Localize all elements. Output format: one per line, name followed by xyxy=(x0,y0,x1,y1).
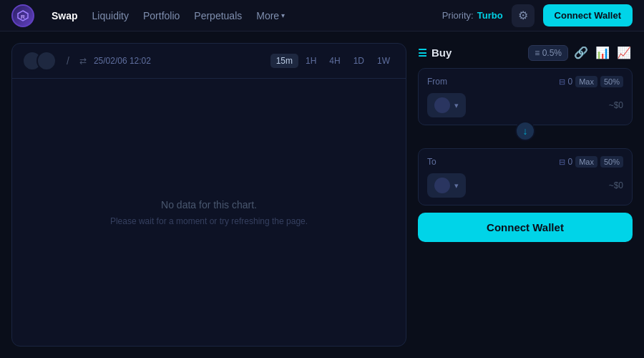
priority-value: Turbo xyxy=(477,10,503,21)
bar-chart-icon: 📊 xyxy=(595,47,610,59)
connect-wallet-main-button[interactable]: Connect Wallet xyxy=(418,213,633,242)
buy-label: ☰ Buy xyxy=(418,47,452,59)
chart-header: / ⇄ 25/02/06 12:02 15m 1H 4H 1D 1W xyxy=(12,44,406,79)
swap-panel-header: ☰ Buy ≡ 0.5% 🔗 📊 📈 xyxy=(418,43,633,62)
logo: R xyxy=(11,4,34,27)
down-arrow-icon: ↓ xyxy=(523,125,528,137)
to-pct-button[interactable]: 50% xyxy=(600,156,623,168)
buy-text: Buy xyxy=(431,47,452,59)
swap-arrow-wrapper: ↓ xyxy=(418,131,633,142)
link-icon: 🔗 xyxy=(574,47,588,59)
nav-links: Swap Liquidity Portfolio Perpetuals More… xyxy=(52,7,425,24)
chart-body: No data for this chart. Please wait for … xyxy=(12,79,406,346)
token-b-icon xyxy=(36,51,57,71)
chart-button[interactable]: 📊 xyxy=(594,44,611,61)
to-label-row: To ⊟ 0 Max 50% xyxy=(427,156,623,168)
to-input-row: ▾ ~$0 xyxy=(427,173,623,198)
line-chart-icon: 📈 xyxy=(617,47,631,59)
from-usd-value: ~$0 xyxy=(609,100,623,110)
tf-4h[interactable]: 4H xyxy=(323,54,346,68)
to-token-chevron-icon: ▾ xyxy=(454,181,459,190)
to-usd-value: ~$0 xyxy=(609,180,623,190)
nav-liquidity[interactable]: Liquidity xyxy=(92,7,129,24)
nav-portfolio[interactable]: Portfolio xyxy=(143,7,180,24)
connect-wallet-nav-button[interactable]: Connect Wallet xyxy=(543,4,633,26)
swap-direction-button[interactable]: ↓ xyxy=(515,121,535,141)
navbar: R Swap Liquidity Portfolio Perpetuals Mo… xyxy=(0,0,644,32)
priority-badge: Priority: Turbo xyxy=(442,10,503,21)
priority-label: Priority: xyxy=(442,10,474,21)
nav-perpetuals[interactable]: Perpetuals xyxy=(194,7,242,24)
tf-15m[interactable]: 15m xyxy=(270,54,298,68)
tf-1w[interactable]: 1W xyxy=(371,54,396,68)
slippage-value: 0.5% xyxy=(542,48,562,58)
gear-icon: ⚙ xyxy=(518,9,528,22)
no-data-text: No data for this chart. xyxy=(161,199,257,211)
swap-actions: ≡ 0.5% 🔗 📊 📈 xyxy=(528,44,633,61)
nav-swap[interactable]: Swap xyxy=(52,7,78,24)
from-token-chevron-icon: ▾ xyxy=(454,101,459,110)
to-balance-row: ⊟ 0 Max 50% xyxy=(559,156,624,168)
to-token-selector[interactable]: ▾ xyxy=(427,173,466,198)
to-token-icon xyxy=(434,178,450,193)
chart-timeframes: 15m 1H 4H 1D 1W xyxy=(270,54,396,68)
to-balance: 0 xyxy=(568,157,573,167)
to-max-button[interactable]: Max xyxy=(575,156,597,168)
to-label: To xyxy=(427,157,436,167)
from-input-row: ▾ ~$0 xyxy=(427,93,623,117)
buy-icon: ☰ xyxy=(418,47,427,59)
nav-more[interactable]: More ▾ xyxy=(256,7,285,24)
from-max-button[interactable]: Max xyxy=(575,76,597,87)
wallet-icon-2: ⊟ xyxy=(559,158,565,167)
svg-text:R: R xyxy=(21,14,25,20)
chart-panel: / ⇄ 25/02/06 12:02 15m 1H 4H 1D 1W No da… xyxy=(11,43,406,347)
from-label: From xyxy=(427,77,447,87)
token-pair-icons xyxy=(22,51,57,71)
from-section: From ⊟ 0 Max 50% ▾ ~$0 xyxy=(418,68,633,125)
nav-right: Priority: Turbo ⚙ Connect Wallet xyxy=(442,4,633,27)
pair-separator: / xyxy=(67,55,69,67)
from-balance: 0 xyxy=(568,77,573,87)
tf-1h[interactable]: 1H xyxy=(300,54,322,68)
from-pct-button[interactable]: 50% xyxy=(600,76,623,87)
to-section: To ⊟ 0 Max 50% ▾ ~$0 xyxy=(418,148,633,205)
slippage-button[interactable]: ≡ 0.5% xyxy=(528,45,568,61)
wallet-icon: ⊟ xyxy=(559,77,565,87)
from-token-icon xyxy=(434,97,450,113)
more-chevron-icon: ▾ xyxy=(281,11,285,19)
from-label-row: From ⊟ 0 Max 50% xyxy=(427,76,623,87)
main-content: / ⇄ 25/02/06 12:02 15m 1H 4H 1D 1W No da… xyxy=(0,32,644,358)
from-balance-row: ⊟ 0 Max 50% xyxy=(559,76,624,87)
slippage-equals-icon: ≡ xyxy=(535,48,542,58)
stats-button[interactable]: 📈 xyxy=(615,44,633,61)
settings-button[interactable]: ⚙ xyxy=(512,4,535,27)
swap-arrows-icon: ⇄ xyxy=(79,56,87,66)
link-button[interactable]: 🔗 xyxy=(572,44,590,61)
from-token-selector[interactable]: ▾ xyxy=(427,93,466,117)
tf-1d[interactable]: 1D xyxy=(348,54,370,68)
no-data-subtext: Please wait for a moment or try refreshi… xyxy=(110,216,308,226)
swap-panel: ☰ Buy ≡ 0.5% 🔗 📊 📈 xyxy=(418,43,633,347)
chart-date: 25/02/06 12:02 xyxy=(94,56,151,66)
